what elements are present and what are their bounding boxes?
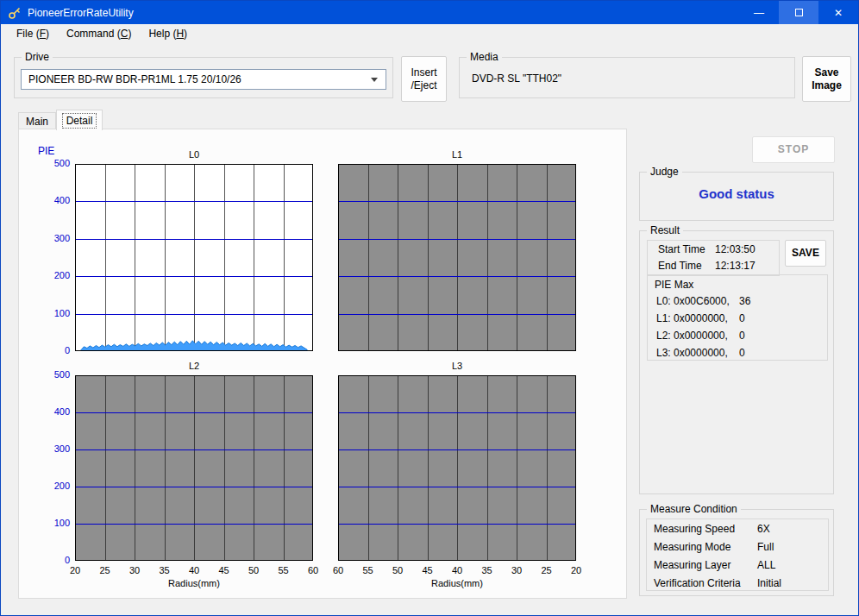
pie-max-row-l2: L2: 0x0000000,0 [648, 327, 827, 344]
chart-title-L1: L1 [338, 149, 576, 160]
drive-combobox[interactable]: PIONEER BD-RW BDR-PR1ML 1.75 20/10/26 [21, 69, 386, 90]
tab-detail[interactable]: Detail [56, 110, 103, 130]
x-tick-label: 25 [536, 565, 557, 575]
y-tick-label: 0 [39, 555, 70, 565]
x-tick-label: 60 [328, 565, 348, 575]
pie-max-row-l1: L1: 0x0000000,0 [648, 310, 827, 327]
x-tick-label: 60 [303, 565, 323, 575]
save-image-label-line1: Save [814, 66, 838, 79]
y-tick-label: 500 [39, 369, 70, 380]
maximize-button[interactable] [779, 1, 818, 24]
judge-status: Good status [640, 186, 833, 201]
menu-file-label: File (F) [16, 28, 49, 40]
x-tick-label: 30 [506, 565, 527, 575]
y-tick-label: 400 [39, 406, 70, 417]
menu-help[interactable]: Help (H) [140, 25, 196, 42]
chart-plot-L0 [75, 164, 313, 351]
save-image-label-line2: Image [812, 79, 842, 92]
end-time-value: 12:13:17 [715, 260, 756, 272]
start-time-value: 12:03:50 [715, 243, 756, 255]
measure-condition-label: Measure Condition [647, 503, 741, 515]
measure-condition-groupbox: Measure Condition Measuring Speed6X Meas… [639, 509, 834, 596]
result-groupbox: Result Start Time 12:03:50 End Time 12:1… [639, 230, 834, 494]
pie-max-row-l0: L0: 0x00C6000,36 [648, 292, 827, 310]
pie-max-label: PIE Max [648, 275, 827, 292]
chart-plot-L2 [75, 375, 313, 561]
y-tick-label: 200 [39, 481, 70, 491]
pie-axis-label: PIE [38, 145, 54, 157]
y-tick-label: 0 [39, 345, 70, 355]
y-tick-label: 100 [39, 518, 70, 528]
judge-group-label: Judge [647, 166, 682, 178]
minimize-button[interactable]: — [739, 1, 779, 24]
y-tick-label: 300 [39, 233, 70, 243]
x-tick-label: 35 [477, 565, 498, 575]
pie-max-row-l3: L3: 0x0000000,0 [648, 344, 827, 361]
x-tick-label: 50 [387, 565, 408, 575]
menubar: File (F) Command (C) Help (H) [1, 24, 858, 44]
judge-groupbox: Judge Good status [639, 172, 834, 221]
y-tick-label: 300 [39, 443, 70, 454]
stop-button-label: STOP [778, 143, 809, 156]
x-tick-label: 55 [273, 565, 294, 575]
x-tick-label: 55 [358, 565, 379, 575]
chart-title-L0: L0 [75, 149, 313, 160]
x-axis-label: Radius(mm) [338, 578, 576, 588]
insert-eject-label-line2: /Eject [411, 79, 436, 92]
titlebar[interactable]: PioneerErrorRateUtility — ✕ [1, 1, 858, 24]
pie-max-panel: PIE Max L0: 0x00C6000,36 L1: 0x0000000,0… [647, 274, 828, 361]
save-button-label: SAVE [792, 247, 819, 260]
result-group-label: Result [647, 224, 683, 236]
x-tick-label: 40 [447, 565, 467, 575]
insert-eject-label-line1: Insert [411, 66, 436, 79]
x-tick-label: 45 [214, 565, 235, 575]
tab-main-label: Main [26, 116, 48, 128]
end-time-label: End Time [658, 260, 715, 272]
y-tick-label: 500 [39, 158, 70, 168]
chart-plot-L1 [338, 164, 576, 351]
media-value: DVD-R SL "TTH02" [472, 72, 561, 85]
drive-combobox-value: PIONEER BD-RW BDR-PR1ML 1.75 20/10/26 [28, 73, 241, 85]
measure-condition-panel: Measuring Speed6X Measuring ModeFull Mea… [646, 519, 829, 591]
x-tick-label: 20 [65, 565, 85, 575]
save-button[interactable]: SAVE [785, 240, 826, 267]
app-window: PioneerErrorRateUtility — ✕ File (F) Com… [0, 0, 859, 616]
menu-file[interactable]: File (F) [8, 25, 58, 42]
x-tick-label: 20 [566, 565, 586, 575]
media-groupbox: Media DVD-R SL "TTH02" [459, 57, 795, 98]
detail-tab-panel: PIE L05004003002001000L1L250040030020010… [18, 129, 627, 599]
y-tick-label: 400 [39, 195, 70, 205]
y-tick-label: 200 [39, 270, 70, 280]
chart-title-L3: L3 [338, 361, 576, 371]
menu-command-label: Command (C) [66, 28, 131, 40]
drive-groupbox: Drive PIONEER BD-RW BDR-PR1ML 1.75 20/10… [14, 57, 393, 98]
maximize-icon [795, 9, 803, 16]
chart-title-L2: L2 [75, 361, 313, 371]
measure-row-layer: Measuring LayerALL [647, 556, 828, 574]
close-button[interactable]: ✕ [818, 1, 858, 24]
x-tick-label: 45 [417, 565, 438, 575]
x-tick-label: 30 [124, 565, 145, 575]
save-image-button[interactable]: Save Image [802, 56, 851, 102]
x-tick-label: 50 [243, 565, 264, 575]
x-axis-label: Radius(mm) [75, 578, 313, 588]
window-controls: — ✕ [739, 1, 858, 24]
window-title: PioneerErrorRateUtility [28, 7, 134, 19]
tab-main[interactable]: Main [18, 112, 56, 129]
y-tick-label: 100 [39, 308, 70, 318]
media-group-label: Media [467, 51, 502, 63]
menu-command[interactable]: Command (C) [58, 25, 140, 42]
minimize-icon: — [754, 7, 764, 19]
chevron-down-icon [371, 78, 378, 82]
menu-help-label: Help (H) [148, 28, 187, 40]
measure-row-criteria: Verification CriteriaInitial [647, 574, 828, 592]
measure-row-mode: Measuring ModeFull [647, 537, 828, 556]
measure-row-speed: Measuring Speed6X [647, 519, 828, 537]
stop-button[interactable]: STOP [752, 136, 835, 163]
start-time-label: Start Time [658, 243, 715, 255]
close-icon: ✕ [834, 7, 843, 19]
x-tick-label: 40 [184, 565, 204, 575]
chart-plot-L3 [338, 375, 576, 561]
drive-group-label: Drive [22, 51, 53, 63]
insert-eject-button[interactable]: Insert /Eject [401, 56, 447, 102]
